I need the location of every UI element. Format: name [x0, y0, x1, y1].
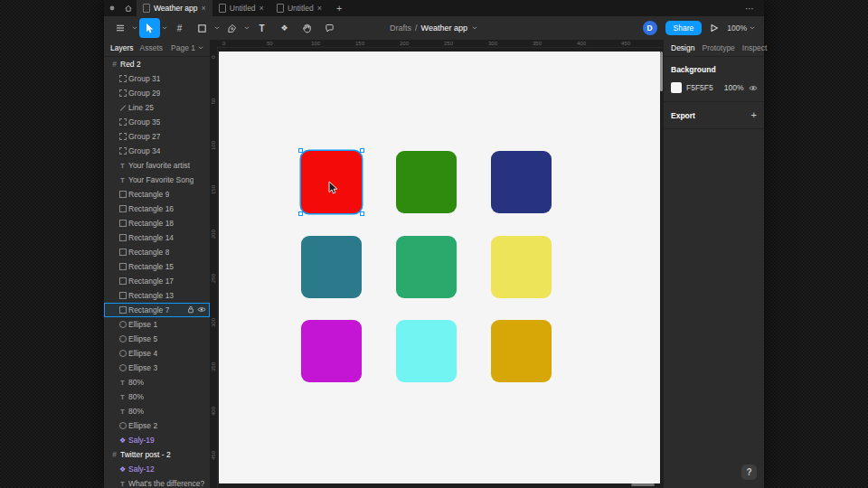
visibility-toggle[interactable] — [749, 85, 758, 91]
selection-handle[interactable] — [298, 211, 303, 216]
layer-row-your-favorite-song[interactable]: TYour Favorite Song — [104, 173, 210, 187]
tab-close-icon[interactable]: × — [317, 5, 322, 13]
resources-tool-button[interactable]: ❖ — [274, 18, 295, 38]
vertical-scrollbar[interactable] — [660, 52, 663, 91]
layer-row-what-s-the-difference-[interactable]: TWhat's the difference? — [104, 476, 210, 488]
ellipse-layer-icon — [117, 321, 128, 328]
shape-tool-button[interactable] — [192, 18, 212, 38]
file-tab[interactable]: Untitled× — [212, 0, 270, 16]
text-tool-button[interactable]: T — [251, 18, 272, 38]
layer-row-twitter-post-2[interactable]: #Twitter post - 2 — [104, 447, 210, 462]
layer-row-rectangle-13[interactable]: Rectangle 13 — [104, 288, 210, 303]
layer-row-rectangle-7[interactable]: Rectangle 7 — [104, 303, 210, 317]
layer-row-ellipse-5[interactable]: Ellipse 5 — [104, 332, 210, 346]
tabbar-spacer — [350, 0, 736, 16]
app-dot-icon — [109, 5, 115, 11]
canvas-frame[interactable] — [219, 52, 660, 483]
panel-tab-inspect[interactable]: Inspect — [742, 43, 767, 52]
layer-row-rectangle-8[interactable]: Rectangle 8 — [104, 245, 210, 259]
home-button[interactable] — [120, 0, 137, 16]
background-color-row[interactable]: F5F5F5 100% — [671, 82, 757, 93]
canvas-rectangle-9[interactable] — [491, 320, 552, 382]
color-hex-value[interactable]: F5F5F5 — [686, 83, 713, 92]
layer-visibility-toggle[interactable] — [197, 305, 206, 314]
pen-tool-chevron-icon[interactable] — [244, 26, 250, 30]
file-tab[interactable]: Untitled× — [270, 0, 328, 16]
layer-row-rectangle-17[interactable]: Rectangle 17 — [104, 274, 210, 288]
layer-row-ellipse-4[interactable]: Ellipse 4 — [104, 346, 210, 361]
help-button[interactable]: ? — [741, 465, 757, 480]
canvas-rectangle-5[interactable] — [396, 236, 457, 298]
share-button[interactable]: Share — [665, 21, 703, 35]
layer-row-group-27[interactable]: Group 27 — [104, 129, 210, 144]
menu-chevron-icon[interactable] — [132, 26, 137, 30]
horizontal-scrollbar[interactable] — [631, 483, 655, 486]
selection-handle[interactable] — [360, 148, 364, 153]
canvas-rectangle-3[interactable] — [491, 151, 552, 213]
canvas-rectangle-4[interactable] — [301, 236, 362, 298]
new-tab-button[interactable]: + — [328, 0, 350, 16]
move-tool-chevron-icon[interactable] — [162, 26, 167, 30]
add-export-button[interactable]: + — [751, 110, 757, 120]
layer-row-80-[interactable]: T80% — [104, 389, 210, 404]
layer-row-rectangle-16[interactable]: Rectangle 16 — [104, 202, 210, 216]
tab-close-icon[interactable]: × — [202, 5, 206, 13]
avatar[interactable]: D — [643, 21, 657, 35]
layer-row-saly-19[interactable]: ❖Saly-19 — [104, 433, 210, 447]
comment-tool-button[interactable] — [319, 18, 340, 38]
selection-handle[interactable] — [298, 148, 303, 153]
app-icon[interactable] — [104, 0, 120, 16]
canvas-rectangle-7[interactable] — [301, 320, 362, 382]
layer-row-your-favorite-artist[interactable]: TYour favorite artist — [104, 158, 210, 173]
layer-row-rectangle-15[interactable]: Rectangle 15 — [104, 259, 210, 274]
canvas-rectangle-6[interactable] — [491, 236, 552, 298]
breadcrumb-project[interactable]: Drafts — [390, 23, 411, 33]
layer-row-ellipse-3[interactable]: Ellipse 3 — [104, 361, 210, 375]
color-opacity-value[interactable]: 100% — [724, 83, 744, 92]
ruler-corner — [210, 40, 217, 47]
layer-row-group-29[interactable]: Group 29 — [104, 86, 210, 100]
layer-row-rectangle-18[interactable]: Rectangle 18 — [104, 216, 210, 230]
layer-name: Ellipse 3 — [128, 363, 157, 372]
layer-row-rectangle-9[interactable]: Rectangle 9 — [104, 187, 210, 202]
color-swatch[interactable] — [671, 82, 682, 93]
breadcrumb-file-name[interactable]: Weather app — [421, 23, 467, 33]
layer-row-saly-12[interactable]: ❖Saly-12 — [104, 462, 210, 476]
page-selector[interactable]: Page 1 — [171, 43, 203, 52]
file-tab[interactable]: Weather app× — [137, 0, 212, 16]
tab-close-icon[interactable]: × — [259, 5, 264, 13]
canvas-rectangle-8[interactable] — [396, 320, 457, 382]
layer-row-rectangle-14[interactable]: Rectangle 14 — [104, 230, 210, 245]
zoom-control[interactable]: 100% — [727, 23, 755, 33]
layer-name: Group 35 — [128, 117, 160, 127]
layer-row-80-[interactable]: T80% — [104, 375, 210, 389]
layer-row-group-35[interactable]: Group 35 — [104, 115, 210, 129]
tab-assets[interactable]: Assets — [140, 43, 164, 52]
layer-row-ellipse-1[interactable]: Ellipse 1 — [104, 317, 210, 332]
canvas-area[interactable]: 050100150200250300350400450 050100150200… — [210, 40, 664, 488]
pen-tool-button[interactable] — [222, 18, 242, 38]
present-icon[interactable] — [710, 23, 719, 33]
layer-row-red-2[interactable]: #Red 2 — [104, 57, 210, 71]
hand-tool-button[interactable] — [297, 18, 317, 38]
layer-row-80-[interactable]: T80% — [104, 404, 210, 418]
frame-tool-button[interactable]: # — [169, 18, 190, 38]
overflow-menu-button[interactable]: ⋯ — [736, 0, 764, 16]
layer-row-ellipse-2[interactable]: Ellipse 2 — [104, 418, 210, 433]
ruler-tick-label: 400 — [577, 41, 586, 46]
layer-row-group-34[interactable]: Group 34 — [104, 144, 210, 158]
layer-lock-toggle[interactable] — [187, 305, 194, 315]
panel-tab-design[interactable]: Design — [671, 43, 694, 52]
layers-panel-header: Layers Assets Page 1 — [104, 40, 210, 57]
canvas-rectangle-2[interactable] — [396, 151, 457, 213]
canvas-content[interactable] — [217, 47, 664, 488]
selection-handle[interactable] — [360, 211, 364, 216]
layer-row-group-31[interactable]: Group 31 — [104, 71, 210, 86]
file-menu-chevron-icon[interactable] — [472, 26, 477, 30]
shape-tool-chevron-icon[interactable] — [214, 26, 220, 30]
move-tool-button[interactable] — [139, 18, 160, 38]
panel-tab-prototype[interactable]: Prototype — [702, 43, 734, 52]
layer-row-line-25[interactable]: Line 25 — [104, 100, 210, 115]
tab-layers[interactable]: Layers — [110, 43, 134, 52]
main-menu-button[interactable] — [109, 18, 130, 38]
